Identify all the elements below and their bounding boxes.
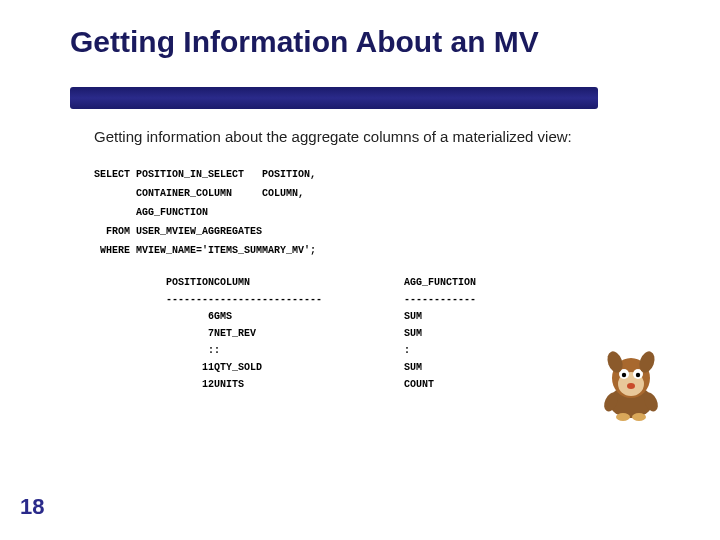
header-position: POSITION — [94, 274, 214, 291]
table-row: 12 UNITS COUNT — [94, 376, 544, 393]
cell-position: 11 — [94, 359, 214, 376]
table-dash-row: -------- ------------------ ------------ — [94, 291, 544, 308]
title-underline — [70, 87, 598, 109]
code-line: FROM USER_MVIEW_AGGREGATES — [94, 226, 262, 237]
svg-point-13 — [632, 413, 646, 421]
cell-position: : — [94, 342, 214, 359]
dash-agg: ------------ — [404, 291, 544, 308]
cell-position: 7 — [94, 325, 214, 342]
cell-column: : — [214, 342, 404, 359]
slide: Getting Information About an MV Getting … — [0, 0, 720, 540]
cell-position: 12 — [94, 376, 214, 393]
header-agg: AGG_FUNCTION — [404, 274, 544, 291]
cell-column: GMS — [214, 308, 404, 325]
cell-agg: COUNT — [404, 376, 544, 393]
table-row: 11 QTY_SOLD SUM — [94, 359, 544, 376]
table-row: : : : — [94, 342, 544, 359]
cell-agg: SUM — [404, 308, 544, 325]
cell-column: QTY_SOLD — [214, 359, 404, 376]
svg-point-12 — [616, 413, 630, 421]
table-row: 6 GMS SUM — [94, 308, 544, 325]
cell-agg: SUM — [404, 325, 544, 342]
page-number: 18 — [20, 494, 44, 520]
cell-agg: SUM — [404, 359, 544, 376]
code-line: CONTAINER_COLUMN COLUMN, — [94, 188, 304, 199]
table-header-row: POSITION COLUMN AGG_FUNCTION — [94, 274, 544, 291]
code-line: SELECT POSITION_IN_SELECT POSITION, — [94, 169, 316, 180]
code-line: WHERE MVIEW_NAME='ITEMS_SUMMARY_MV'; — [94, 245, 316, 256]
dash-column: ------------------ — [214, 291, 404, 308]
dash-position: -------- — [94, 291, 214, 308]
cartoon-character-icon — [597, 344, 665, 422]
code-line: AGG_FUNCTION — [94, 207, 208, 218]
content-area: Getting information about the aggregate … — [94, 127, 660, 393]
svg-point-6 — [636, 373, 640, 377]
svg-point-7 — [627, 383, 635, 389]
svg-point-5 — [622, 373, 626, 377]
subtitle-text: Getting information about the aggregate … — [94, 127, 660, 147]
results-table: POSITION COLUMN AGG_FUNCTION -------- --… — [94, 274, 660, 393]
cell-column: NET_REV — [214, 325, 404, 342]
table-row: 7 NET_REV SUM — [94, 325, 544, 342]
cell-column: UNITS — [214, 376, 404, 393]
cell-agg: : — [404, 342, 544, 359]
sql-code: SELECT POSITION_IN_SELECT POSITION, CONT… — [94, 165, 660, 260]
header-column: COLUMN — [214, 274, 404, 291]
slide-title: Getting Information About an MV — [70, 25, 670, 59]
cell-position: 6 — [94, 308, 214, 325]
